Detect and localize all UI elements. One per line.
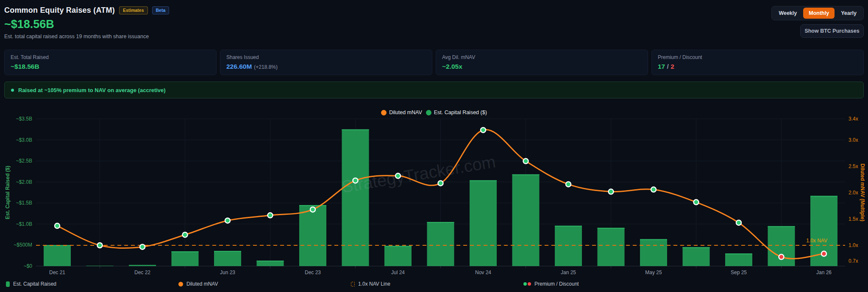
header-left: Common Equity Raises (ATM) Estimates Bet…	[4, 6, 169, 39]
toggle-monthly[interactable]: Monthly	[803, 8, 835, 19]
left-axis-tick-label: ~$1.0B	[16, 221, 32, 227]
bar[interactable]	[384, 246, 412, 266]
mnav-point-premium[interactable]	[268, 213, 273, 218]
mnav-point-premium[interactable]	[651, 187, 656, 192]
card-label: Avg Dil. mNAV	[442, 54, 642, 60]
bar[interactable]	[555, 226, 582, 266]
legend-label: 1.0x NAV Line	[358, 281, 390, 287]
right-axis-tick-label: 0.7x	[849, 258, 858, 264]
mnav-point-premium[interactable]	[97, 243, 103, 248]
green-red-dots-icon	[523, 282, 531, 286]
header: Common Equity Raises (ATM) Estimates Bet…	[0, 0, 868, 39]
x-axis-label: Sep 25	[731, 270, 747, 275]
mnav-point-premium[interactable]	[566, 182, 571, 187]
mnav-point-premium[interactable]	[55, 223, 60, 228]
bar[interactable]	[299, 205, 326, 266]
right-axis-tick-label: 1.5x	[849, 216, 858, 222]
bar[interactable]	[683, 247, 710, 266]
combo-chart-container: StrategyTracker.com1.0x NAV~$3.5B~$3.0B~…	[0, 101, 868, 280]
bar[interactable]	[129, 265, 156, 266]
stat-cards: Est. Total Raised ~$18.56B Shares Issued…	[4, 50, 864, 75]
x-axis-label: Nov 24	[475, 270, 491, 275]
bar[interactable]	[512, 174, 540, 266]
total-raised-headline-value: ~$18.56B	[4, 18, 169, 31]
premium-count: 17	[658, 63, 665, 70]
mnav-point-premium[interactable]	[225, 218, 230, 223]
x-axis-label: Jun 23	[220, 270, 235, 275]
header-right: Weekly Monthly Yearly Show BTC Purchases	[771, 6, 864, 38]
bar[interactable]	[470, 180, 497, 266]
mnav-point-premium[interactable]	[353, 178, 358, 183]
legend-item-diluted-mnav[interactable]: Diluted mNAV	[381, 110, 422, 115]
mnav-point-premium[interactable]	[310, 207, 315, 212]
mnav-point-discount[interactable]	[779, 254, 784, 259]
shares-issued-value: 226.60M	[226, 63, 252, 70]
accretive-banner: Raised at ~105% premium to NAV on averag…	[4, 81, 864, 98]
bar[interactable]	[427, 222, 454, 266]
legend-label: Diluted mNAV	[389, 110, 422, 115]
x-axis-label: May 25	[645, 270, 662, 275]
mnav-point-discount[interactable]	[821, 251, 826, 256]
mnav-point-premium[interactable]	[438, 181, 443, 186]
right-axis-tick-label: 3.4x	[849, 116, 858, 122]
bar[interactable]	[640, 239, 667, 266]
mnav-point-premium[interactable]	[140, 244, 145, 250]
mnav-point-premium[interactable]	[395, 173, 401, 178]
chart-legend-top: Diluted mNAV Est. Capital Raised ($)	[0, 110, 868, 115]
x-axis-label: Dec 21	[49, 270, 65, 275]
page-subtitle: Est. total capital raised across 19 mont…	[4, 34, 169, 39]
card-value: ~$18.56B	[11, 63, 210, 70]
show-btc-purchases-button[interactable]: Show BTC Purchases	[800, 24, 864, 38]
mnav-point-premium[interactable]	[183, 232, 188, 237]
bar[interactable]	[214, 251, 241, 266]
card-premium-discount: Premium / Discount 17 / 2	[651, 50, 864, 75]
legend-item-est-capital-raised[interactable]: Est. Capital Raised ($)	[426, 110, 487, 115]
x-axis-label: Jan 26	[816, 270, 832, 275]
bar[interactable]	[598, 228, 625, 266]
x-axis-label: Dec 23	[305, 270, 321, 275]
mnav-point-premium[interactable]	[481, 127, 486, 132]
legend-item-premium-discount: Premium / Discount	[523, 281, 579, 287]
green-dot-icon	[426, 110, 431, 115]
card-value: ~2.05x	[442, 63, 642, 70]
x-axis-label: Jul 24	[391, 270, 405, 275]
legend-label: Est. Capital Raised ($)	[434, 110, 487, 115]
range-toggle: Weekly Monthly Yearly	[771, 6, 864, 20]
left-axis-tick-label: ~$2.5B	[16, 158, 32, 164]
combo-chart: StrategyTracker.com1.0x NAV~$3.5B~$3.0B~…	[0, 101, 868, 278]
banner-text: Raised at ~105% premium to NAV on averag…	[18, 87, 166, 93]
legend-item-est-capital-raised: Est. Capital Raised	[6, 281, 56, 287]
left-axis-tick-label: ~$3.5B	[16, 116, 32, 122]
legend-label: Premium / Discount	[534, 281, 579, 287]
green-bar-swatch-icon	[6, 281, 10, 287]
right-axis-tick-label: 3.0x	[849, 137, 858, 143]
dashboard: Common Equity Raises (ATM) Estimates Bet…	[0, 0, 868, 292]
page-title: Common Equity Raises (ATM)	[4, 6, 115, 15]
bar[interactable]	[44, 245, 71, 266]
bar[interactable]	[725, 253, 752, 266]
status-dot-icon	[11, 89, 14, 92]
dashed-line-swatch-icon	[351, 282, 355, 286]
toggle-yearly[interactable]: Yearly	[835, 8, 862, 19]
beta-badge: Beta	[152, 6, 170, 14]
toggle-weekly[interactable]: Weekly	[773, 8, 802, 19]
mnav-point-premium[interactable]	[609, 189, 614, 194]
card-label: Est. Total Raised	[11, 54, 210, 60]
card-avg-dil-mnav: Avg Dil. mNAV ~2.05x	[436, 50, 648, 75]
right-axis-tick-label: 1.0x	[849, 242, 858, 248]
left-axis-tick-label: ~$500M	[14, 242, 32, 248]
mnav-point-premium[interactable]	[523, 159, 529, 164]
left-axis-tick-label: ~$3.0B	[16, 137, 32, 143]
legend-item-nav-line: 1.0x NAV Line	[351, 281, 390, 287]
orange-dot-icon	[178, 282, 183, 286]
legend-item-diluted-mnav: Diluted mNAV	[178, 281, 218, 287]
bar[interactable]	[172, 251, 199, 266]
x-axis-label: Dec 22	[134, 270, 150, 275]
bar[interactable]	[86, 266, 114, 266]
left-axis-title: Est. Capital Raised ($)	[5, 166, 11, 219]
left-axis-tick-label: ~$1.5B	[16, 200, 32, 206]
mnav-point-premium[interactable]	[736, 220, 741, 225]
bar[interactable]	[768, 226, 795, 266]
left-axis-tick-label: ~$0	[24, 263, 33, 269]
mnav-point-premium[interactable]	[694, 199, 699, 205]
